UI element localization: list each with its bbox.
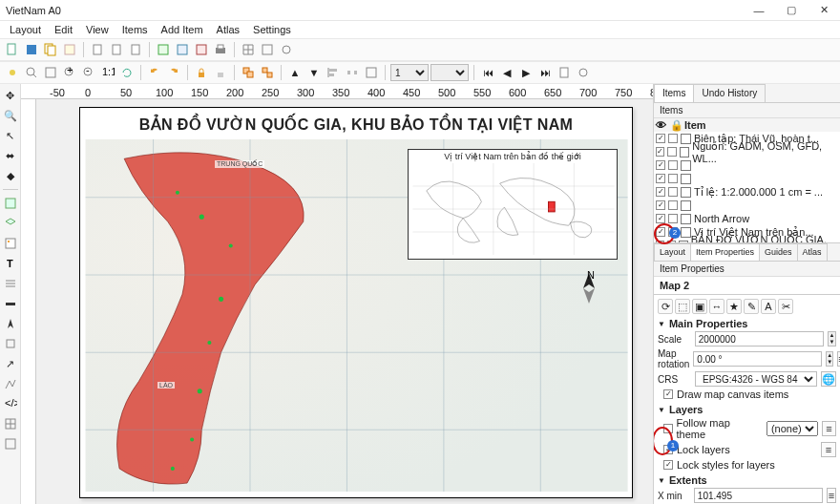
add-northarrow-icon[interactable] [1,314,20,333]
add-3dmap-icon[interactable] [1,214,20,233]
print-icon[interactable] [212,41,229,58]
add-node-icon[interactable] [1,374,20,393]
item-row[interactable]: Nguồn: GADM, OSM, GFD, WL... [654,145,840,158]
follow-theme-select[interactable]: (none) [766,421,818,436]
refresh-icon[interactable] [118,64,136,81]
save-icon[interactable] [23,41,40,58]
item-row[interactable]: North Arrow [654,212,840,225]
bookmark-extent-icon[interactable]: ★ [726,299,742,314]
preview-type-select-2[interactable] [430,64,469,81]
add-html-icon[interactable]: </> [1,394,20,413]
raise-icon[interactable]: ▲ [286,64,304,81]
clip-icon[interactable]: ✂ [778,299,793,314]
lock-layers-dd-icon[interactable]: ≡ [821,442,836,457]
atlas-settings-icon[interactable] [575,64,592,81]
main-map-frame[interactable]: TRUNG QUỐC LÀO N Vị trí Việt Nam trên bả… [90,142,624,490]
atlas-last-icon[interactable]: ⏭ [536,64,554,81]
section-main-properties[interactable]: Main Properties [658,318,836,329]
add-scalebar-icon[interactable] [1,294,20,313]
section-extents[interactable]: Extents [658,474,836,486]
lower-icon[interactable]: ▼ [305,64,323,81]
pan-icon[interactable] [4,64,21,81]
draw-canvas-checkbox[interactable] [663,389,673,399]
add-fixed-table-icon[interactable] [1,434,20,453]
add-picture-icon[interactable] [1,234,20,253]
item-visible-checkbox[interactable] [656,187,665,197]
atlas-first-icon[interactable]: ⏮ [479,64,496,81]
tab-item-properties[interactable]: Item Properties [690,243,760,261]
item-visible-checkbox[interactable] [656,147,664,157]
undo-icon[interactable] [146,64,163,81]
menu-atlas[interactable]: Atlas [211,22,245,37]
file3-icon[interactable] [127,41,144,58]
menu-items[interactable]: Items [116,22,154,37]
xmin-input[interactable] [694,488,823,503]
item-row[interactable] [654,199,840,212]
tab-guides[interactable]: Guides [759,243,798,261]
menu-edit[interactable]: Edit [49,22,78,37]
atlas-prev-icon[interactable]: ◀ [498,64,515,81]
zoom-in-icon[interactable]: + [61,64,78,81]
pan-tool-icon[interactable]: ✥ [1,86,20,105]
crs-select[interactable]: EPSG:4326 - WGS 84 [695,371,817,387]
redo-icon[interactable] [165,64,182,81]
item-lock-checkbox[interactable] [667,147,676,157]
lock-icon[interactable] [193,64,210,81]
item-lock-checkbox[interactable] [668,187,678,197]
file1-icon[interactable] [89,41,106,58]
layout-manager-icon[interactable] [61,41,78,58]
add-map-icon[interactable] [1,194,20,213]
add-shape-icon[interactable] [1,334,20,353]
item-visible-checkbox[interactable] [656,174,665,183]
align-dist-icon[interactable] [344,64,361,81]
crs-picker-icon[interactable]: 🌐 [821,371,836,387]
item-row[interactable] [654,172,840,185]
group-icon[interactable] [240,64,257,81]
follow-theme-checkbox[interactable] [663,424,673,433]
zoom-out-icon[interactable]: - [80,64,97,81]
item-visible-checkbox[interactable] [656,160,665,170]
new-layout-icon[interactable] [4,41,21,58]
item-lock-checkbox[interactable] [668,214,678,223]
item-row[interactable]: Tỉ lệ: 1:2.000.000 1 cm = ... [654,185,840,199]
section-layers[interactable]: Layers [658,404,836,415]
atlas-next-icon[interactable]: ▶ [517,64,535,81]
export-image-icon[interactable] [155,41,172,58]
item-lock-checkbox[interactable] [668,134,678,143]
update-preview-icon[interactable]: ⟳ [658,299,673,314]
add-arrow-icon[interactable]: ↗ [1,354,20,373]
item-visible-checkbox[interactable] [656,200,665,210]
tab-undo-history[interactable]: Undo History [693,84,766,102]
follow-theme-dd-icon[interactable]: ≡ [822,421,836,436]
tab-items[interactable]: Items [654,84,694,102]
window-maximize-button[interactable]: ▢ [775,0,808,21]
ungroup-icon[interactable] [259,64,276,81]
export-svg-icon[interactable] [174,41,191,58]
layout-page[interactable]: BẢN ĐỒ VƯỜN QUỐC GIA, KHU BẢO TỒN TẠI VI… [79,107,633,498]
item-lock-checkbox[interactable] [668,174,678,183]
resize-icon[interactable] [363,64,380,81]
item-properties-body[interactable]: ⟳ ⬚ ▣ ↔ ★ ✎ A ✂ Main Properties Scale▲▼ … [654,295,840,504]
rotation-input[interactable] [693,351,822,367]
tab-atlas[interactable]: Atlas [797,243,828,261]
lock-styles-checkbox[interactable] [663,460,673,470]
unlock-icon[interactable] [212,64,229,81]
map-title-label[interactable]: BẢN ĐỒ VƯỜN QUỐC GIA, KHU BẢO TỒN TẠI VI… [86,116,626,134]
add-legend-icon[interactable] [1,274,20,293]
item-lock-checkbox[interactable] [668,160,678,170]
item-visible-checkbox[interactable] [656,227,665,237]
menu-add-item[interactable]: Add Item [156,22,209,37]
grid2-icon[interactable] [259,41,276,58]
interactive-edit-icon[interactable]: ✎ [744,299,759,314]
window-close-button[interactable]: ✕ [808,0,840,21]
atlas-export-icon[interactable] [556,64,573,81]
duplicate-layout-icon[interactable] [42,41,59,58]
menu-layout[interactable]: Layout [4,22,47,37]
file2-icon[interactable] [108,41,125,58]
select-tool-icon[interactable]: ↖ [1,126,20,145]
item-visible-checkbox[interactable] [656,134,665,143]
items-list[interactable]: 👁 🔒 Item Biên tập: Thái Vũ, hoàn t...Ngu… [654,118,840,242]
view-extent-icon[interactable]: ▣ [692,299,707,314]
zoom-icon[interactable] [23,64,40,81]
zoom-tool-icon[interactable]: 🔍 [1,106,20,125]
